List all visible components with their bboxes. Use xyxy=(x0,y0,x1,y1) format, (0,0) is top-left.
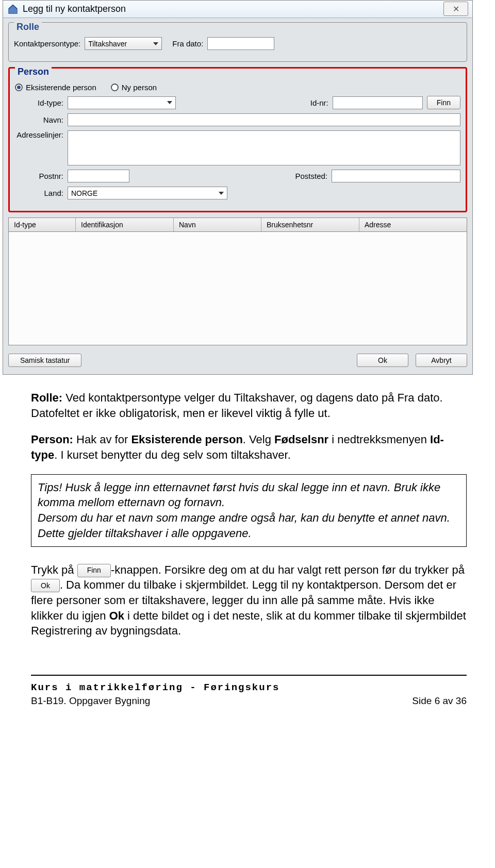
radio-icon xyxy=(15,84,23,91)
footer-page-number: Side 6 av 36 xyxy=(412,695,467,707)
results-table-body xyxy=(8,232,467,345)
person-group: Person Eksisterende person Ny person Id-… xyxy=(8,67,467,212)
idnr-label: Id-nr: xyxy=(310,98,328,107)
footer-chapter: B1-B19. Oppgaver Bygning xyxy=(31,695,150,707)
poststed-input[interactable] xyxy=(332,170,460,182)
radio-existing-person[interactable]: Eksisterende person xyxy=(15,83,96,92)
navn-input[interactable] xyxy=(68,113,460,126)
kontaktpersontype-dropdown[interactable]: Tiltakshaver xyxy=(85,37,162,50)
close-icon: ✕ xyxy=(453,4,459,14)
fradato-label: Fra dato: xyxy=(172,39,203,48)
paragraph-rolle: Rolle: Ved kontaktpersontype velger du T… xyxy=(31,390,467,421)
postnr-input[interactable] xyxy=(68,170,129,182)
idtype-label: Id-type: xyxy=(15,98,63,107)
chevron-down-icon xyxy=(219,192,224,195)
add-contact-dialog: Legg til ny kontaktperson ✕ Rolle Kontak… xyxy=(3,0,473,375)
land-label: Land: xyxy=(15,189,63,197)
rolle-legend: Rolle xyxy=(14,22,42,32)
radio-icon xyxy=(111,84,119,91)
kontaktpersontype-value: Tiltakshaver xyxy=(88,40,127,48)
land-dropdown[interactable]: NORGE xyxy=(68,187,227,199)
finn-button[interactable]: Finn xyxy=(427,96,460,109)
fradato-input[interactable] xyxy=(207,37,274,50)
house-icon xyxy=(7,4,19,15)
samisk-tastatur-button[interactable]: Samisk tastatur xyxy=(8,354,81,367)
col-bruksenhetsnr[interactable]: Bruksenhetsnr xyxy=(261,218,359,231)
navn-label: Navn: xyxy=(15,115,63,124)
dialog-title: Legg til ny kontaktperson xyxy=(23,4,126,14)
col-navn[interactable]: Navn xyxy=(174,218,261,231)
col-identifikasjon[interactable]: Identifikasjon xyxy=(76,218,174,231)
chevron-down-icon xyxy=(167,101,172,104)
close-button[interactable]: ✕ xyxy=(443,2,468,16)
adresselinjer-label: Adresselinjer: xyxy=(15,130,63,139)
col-adresse[interactable]: Adresse xyxy=(359,218,467,231)
radio-new-person[interactable]: Ny person xyxy=(111,83,157,92)
footer-course-title: Kurs i matrikkelføring - Føringskurs xyxy=(31,682,467,693)
idnr-input[interactable] xyxy=(333,96,423,109)
page-footer: Kurs i matrikkelføring - Føringskurs B1-… xyxy=(31,675,467,707)
document-body: Rolle: Ved kontaktpersontype velger du T… xyxy=(0,390,495,727)
paragraph-trykk: Trykk på Finn-knappen. Forsikre deg om a… xyxy=(31,562,467,639)
kontaktpersontype-label: Kontaktpersontype: xyxy=(14,39,80,48)
idtype-dropdown[interactable] xyxy=(68,96,176,109)
finn-button-inline: Finn xyxy=(77,564,111,577)
titlebar: Legg til ny kontaktperson ✕ xyxy=(3,1,472,18)
col-id-type[interactable]: Id-type xyxy=(9,218,76,231)
poststed-label: Poststed: xyxy=(295,172,327,180)
rolle-group: Rolle Kontaktpersontype: Tiltakshaver Fr… xyxy=(8,22,467,62)
paragraph-person: Person: Hak av for Eksisterende person. … xyxy=(31,432,467,462)
adresselinjer-input[interactable] xyxy=(68,130,460,165)
ok-button-inline: Ok xyxy=(31,579,60,592)
tips-box: Tips! Husk å legge inn etternavnet først… xyxy=(31,474,467,547)
ok-button[interactable]: Ok xyxy=(357,354,408,367)
avbryt-button[interactable]: Avbryt xyxy=(416,354,467,367)
postnr-label: Postnr: xyxy=(15,172,63,180)
results-table-header: Id-type Identifikasjon Navn Bruksenhetsn… xyxy=(8,218,467,232)
person-legend: Person xyxy=(15,66,52,77)
chevron-down-icon xyxy=(153,42,158,45)
